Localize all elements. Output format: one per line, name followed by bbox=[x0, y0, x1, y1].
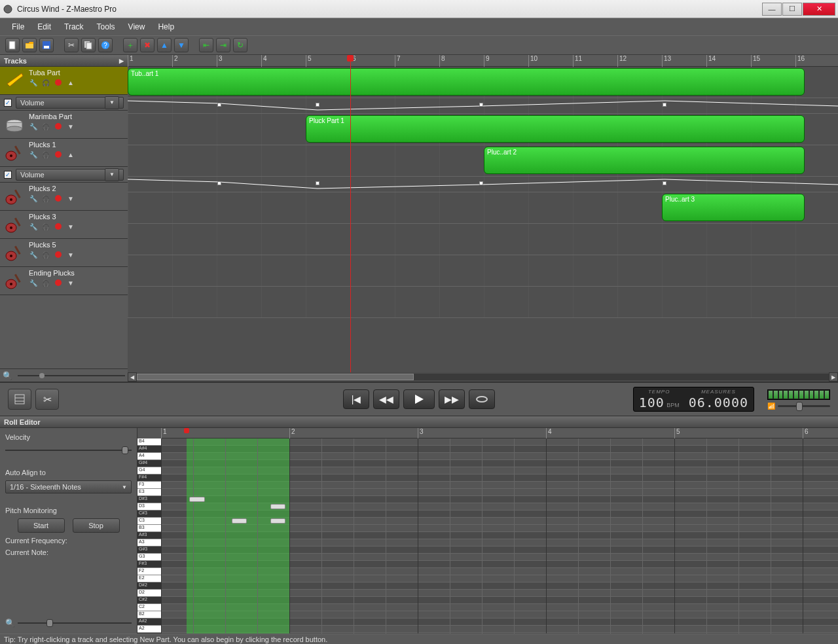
record-icon[interactable] bbox=[54, 78, 63, 87]
piano-key[interactable]: G#4 bbox=[137, 460, 161, 467]
track-row[interactable]: Plucks 2 🔧 🎧 ▼ bbox=[0, 183, 128, 211]
automation-point[interactable] bbox=[217, 181, 221, 185]
track-row[interactable]: Plucks 1 🔧 🎧 ▲ bbox=[0, 139, 128, 167]
minimize-button[interactable]: — bbox=[762, 3, 782, 16]
master-volume-slider[interactable] bbox=[778, 405, 830, 407]
midi-note[interactable] bbox=[189, 497, 205, 502]
menu-track[interactable]: Track bbox=[58, 20, 90, 34]
headphones-icon[interactable]: 🎧 bbox=[41, 150, 50, 159]
piano-key[interactable]: C3 bbox=[137, 518, 161, 525]
piano-key[interactable]: D#3 bbox=[137, 496, 161, 503]
help-button[interactable]: ? bbox=[98, 38, 113, 52]
playhead[interactable] bbox=[350, 55, 351, 372]
track-row[interactable]: Plucks 3 🔧 🎧 ▼ bbox=[0, 211, 128, 239]
record-icon[interactable] bbox=[54, 278, 63, 287]
wrench-icon[interactable]: 🔧 bbox=[29, 250, 38, 259]
open-button[interactable] bbox=[22, 38, 37, 52]
forward-button[interactable]: ▶▶ bbox=[439, 389, 465, 409]
expand-icon[interactable]: ▲ bbox=[66, 78, 75, 87]
expand-icon[interactable]: ▼ bbox=[66, 278, 75, 287]
automation-row[interactable]: ✓ Volume▼ bbox=[0, 167, 128, 183]
maximize-button[interactable]: ☐ bbox=[782, 3, 802, 16]
expand-icon[interactable]: ▼ bbox=[66, 122, 75, 131]
track-row[interactable]: Plucks 5 🔧 🎧 ▼ bbox=[0, 239, 128, 267]
automation-param-select[interactable]: Volume▼ bbox=[16, 169, 124, 181]
piano-key[interactable]: C#2 bbox=[137, 597, 161, 604]
track-row[interactable]: Tuba Part 🔧 🎧 ▲ bbox=[0, 67, 128, 95]
pitch-start-button[interactable]: Start bbox=[18, 518, 65, 533]
wrench-icon[interactable]: 🔧 bbox=[29, 150, 38, 159]
menu-edit[interactable]: Edit bbox=[31, 20, 58, 34]
skip-back-button[interactable]: ⇤ bbox=[199, 38, 213, 52]
rewind-start-button[interactable]: |◀ bbox=[343, 389, 369, 409]
sidebar-zoom-slider[interactable] bbox=[15, 375, 128, 376]
midi-note[interactable] bbox=[232, 518, 247, 524]
piano-key[interactable]: D#2 bbox=[137, 582, 161, 590]
piano-key[interactable]: C2 bbox=[137, 604, 161, 611]
skip-fwd-button[interactable]: ⇥ bbox=[216, 38, 230, 52]
headphones-icon[interactable]: 🎧 bbox=[41, 250, 50, 259]
piano-key[interactable]: G#2 bbox=[137, 633, 161, 634]
piano-key[interactable]: C#3 bbox=[137, 510, 161, 518]
piano-key[interactable]: E2 bbox=[137, 575, 161, 582]
close-button[interactable]: ✕ bbox=[803, 3, 835, 16]
piano-key[interactable]: A2 bbox=[137, 626, 161, 633]
piano-key[interactable]: B3 bbox=[137, 525, 161, 532]
velocity-slider[interactable] bbox=[5, 445, 132, 456]
tempo-value[interactable]: 100 bbox=[639, 395, 665, 410]
piano-key[interactable]: B4 bbox=[137, 438, 161, 446]
h-scrollbar[interactable]: ◀ ▶ bbox=[128, 372, 838, 382]
piano-key[interactable]: A4 bbox=[137, 453, 161, 460]
measures-value[interactable]: 06.0000 bbox=[689, 395, 748, 410]
automation-point[interactable] bbox=[479, 181, 483, 185]
automation-enable-checkbox[interactable]: ✓ bbox=[4, 171, 12, 179]
new-button[interactable] bbox=[5, 38, 20, 52]
wrench-icon[interactable]: 🔧 bbox=[29, 78, 38, 87]
track-lane[interactable] bbox=[128, 255, 838, 287]
menu-view[interactable]: View bbox=[122, 20, 152, 34]
piano-key[interactable]: F#4 bbox=[137, 474, 161, 482]
automation-point[interactable] bbox=[316, 181, 319, 185]
piano-key[interactable]: E3 bbox=[137, 489, 161, 496]
rewind-button[interactable]: ◀◀ bbox=[373, 389, 399, 409]
delete-button[interactable]: ✖ bbox=[140, 38, 155, 52]
headphones-icon[interactable]: 🎧 bbox=[41, 222, 50, 231]
piano-key[interactable]: B2 bbox=[137, 611, 161, 618]
tracks-header[interactable]: Tracks ▶ bbox=[0, 55, 128, 67]
headphones-icon[interactable]: 🎧 bbox=[41, 78, 50, 87]
up-button[interactable]: ▲ bbox=[157, 38, 172, 52]
piano-key[interactable]: A#4 bbox=[137, 446, 161, 453]
menu-help[interactable]: Help bbox=[151, 20, 181, 34]
expand-icon[interactable]: ▼ bbox=[66, 250, 75, 259]
automation-row[interactable]: ✓ Volume▼ bbox=[0, 95, 128, 111]
wrench-icon[interactable]: 🔧 bbox=[29, 222, 38, 231]
wrench-icon[interactable]: 🔧 bbox=[29, 194, 38, 203]
add-button[interactable]: ＋ bbox=[123, 38, 137, 52]
roll-region[interactable] bbox=[187, 438, 289, 634]
piano-key[interactable]: A3 bbox=[137, 539, 161, 546]
piano-key[interactable]: G3 bbox=[137, 554, 161, 561]
timeline-ruler[interactable]: 12345678910111213141516 bbox=[128, 55, 838, 67]
automation-point[interactable] bbox=[663, 103, 666, 107]
expand-icon[interactable]: ▼ bbox=[66, 194, 75, 203]
play-button[interactable] bbox=[403, 389, 435, 409]
automation-point[interactable] bbox=[316, 103, 319, 107]
pitch-stop-button[interactable]: Stop bbox=[73, 518, 120, 533]
midi-note[interactable] bbox=[270, 518, 286, 524]
auto-align-select[interactable]: 1/16 - Sixteenth Notes▼ bbox=[5, 480, 132, 493]
piano-key[interactable]: A#3 bbox=[137, 532, 161, 539]
wrench-icon[interactable]: 🔧 bbox=[29, 278, 38, 287]
piano-key[interactable]: G#3 bbox=[137, 546, 161, 554]
track-row[interactable]: Marimba Part 🔧 🎧 ▼ bbox=[0, 111, 128, 139]
loop-button[interactable] bbox=[469, 389, 495, 409]
record-icon[interactable] bbox=[54, 194, 63, 203]
copy-button[interactable] bbox=[81, 38, 96, 52]
piano-key[interactable]: A#2 bbox=[137, 618, 161, 626]
headphones-icon[interactable]: 🎧 bbox=[41, 194, 50, 203]
save-button[interactable] bbox=[39, 38, 54, 52]
record-icon[interactable] bbox=[54, 122, 63, 131]
piano-key[interactable]: G4 bbox=[137, 467, 161, 474]
record-icon[interactable] bbox=[54, 222, 63, 231]
piano-key[interactable]: D2 bbox=[137, 590, 161, 597]
wrench-icon[interactable]: 🔧 bbox=[29, 122, 38, 131]
